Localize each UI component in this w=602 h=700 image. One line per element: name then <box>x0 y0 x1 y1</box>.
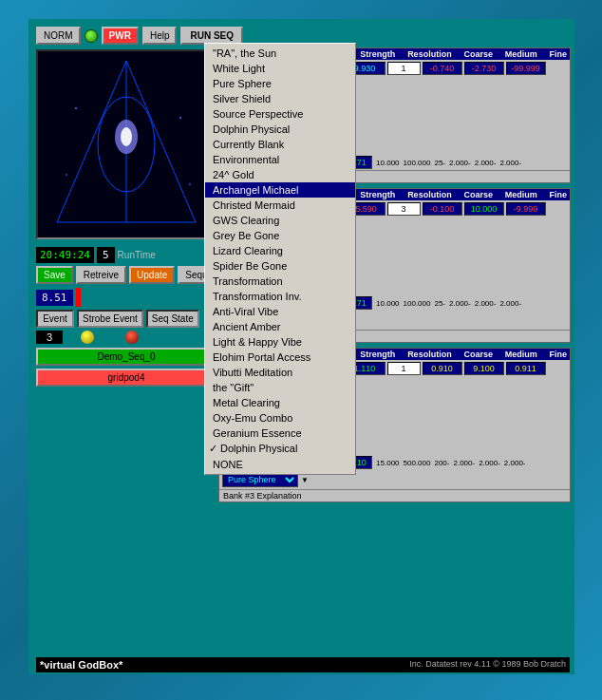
menu-item-ancient-amber[interactable]: Ancient Amber <box>205 319 355 334</box>
seq-state-label: Seq State <box>146 310 199 328</box>
strength1-label: Strength <box>360 49 395 59</box>
event-label: Event <box>36 310 74 328</box>
svg-point-10 <box>66 174 67 176</box>
strobe-led <box>81 331 94 344</box>
coarse-field-2[interactable] <box>423 202 462 216</box>
svg-point-7 <box>121 127 132 146</box>
strobe-label: Strobe Event <box>77 310 143 328</box>
menu-item-archangel-michael[interactable]: Archangel Michael <box>205 182 355 198</box>
menu-item-none[interactable]: NONE <box>205 457 355 472</box>
menu-item-lizard-clearing[interactable]: Lizard Clearing <box>205 243 355 258</box>
menu-item-transformation[interactable]: Transformation <box>205 274 355 289</box>
strength2-header: Strength <box>360 190 395 199</box>
coarse3-header: Coarse <box>463 350 493 359</box>
menu-item-christed-mermaid[interactable]: Christed Mermaid <box>205 198 355 213</box>
menu-item-gws-clearing[interactable]: GWS Clearing <box>205 213 355 228</box>
medium-field-3[interactable] <box>464 362 504 375</box>
svg-point-8 <box>75 107 77 109</box>
menu-item-gift[interactable]: the "Gift" <box>205 380 355 395</box>
menu-item-24-gold[interactable]: 24^ Gold <box>205 167 355 182</box>
resolution1-label: Resolution <box>407 49 452 59</box>
norm-button[interactable]: NORM <box>36 27 81 45</box>
medium3-header: Medium <box>505 350 537 359</box>
menu-item-transformation-inv[interactable]: Transformation Inv. <box>205 289 355 304</box>
demo-seq-button[interactable]: Demo_Seq_0 <box>36 348 216 366</box>
menu-item-white-light[interactable]: White Light <box>205 61 355 76</box>
menu-item-source-perspective[interactable]: Source Perspective <box>205 106 355 122</box>
menu-item-metal-clearing[interactable]: Metal Clearing <box>205 395 355 410</box>
medium2-header: Medium <box>505 190 537 199</box>
menu-item-vibutti[interactable]: Vibutti Meditation <box>205 365 355 380</box>
desktop: NORM PWR Help RUN SEQ <box>0 0 602 700</box>
seq-state-led <box>125 331 139 344</box>
grid-pod-button[interactable]: gridpod4 <box>36 369 216 387</box>
fine-field-1[interactable] <box>506 62 546 75</box>
version-text: Inc. Datatest rev 4.11 © 1989 Bob Dratch <box>409 659 566 671</box>
menu-item-anti-viral-vibe[interactable]: Anti-Viral Vibe <box>205 304 355 319</box>
medium-field-1[interactable] <box>464 62 504 75</box>
menu-item-spider-be-gone[interactable]: Spider Be Gone <box>205 258 355 274</box>
coarse-field-1[interactable] <box>423 62 462 75</box>
hz-display: 8.51 <box>36 290 73 306</box>
event-number: 3 <box>36 331 63 344</box>
resolution-field-3[interactable] <box>387 362 421 375</box>
dropdown-menu: "RA", the Sun White Light Pure Sphere Si… <box>204 43 356 475</box>
resolution2-header: Resolution <box>407 190 452 199</box>
svg-point-11 <box>189 183 191 185</box>
save-button[interactable]: Save <box>36 266 73 284</box>
menu-item-currently-blank[interactable]: Currently Blank <box>205 137 355 152</box>
menu-item-grey-be-gone[interactable]: Grey Be Gone <box>205 228 355 243</box>
visualization <box>36 49 216 239</box>
resolution3-header: Resolution <box>407 350 452 359</box>
brand-bar: *virtual GodBox* Inc. Datatest rev 4.11 … <box>36 657 570 672</box>
menu-item-ra[interactable]: "RA", the Sun <box>205 46 355 61</box>
pwr-button[interactable]: PWR <box>102 27 139 45</box>
menu-item-silver-shield[interactable]: Silver Shield <box>205 91 355 106</box>
fine1-label: Fine <box>549 49 567 59</box>
explanation3: Bank #3 Explanation <box>219 489 570 501</box>
count-display: 5 <box>97 247 115 263</box>
runtime-label: RunTime <box>118 250 156 260</box>
fine2-header: Fine <box>549 190 567 199</box>
strength3-header: Strength <box>360 350 395 359</box>
medium-field-2[interactable] <box>464 202 504 216</box>
coarse1-label: Coarse <box>463 49 493 59</box>
resolution-field-2[interactable] <box>387 202 421 216</box>
brand-text: *virtual GodBox* <box>40 659 122 671</box>
menu-item-pure-sphere[interactable]: Pure Sphere <box>205 76 355 91</box>
coarse-field-3[interactable] <box>423 362 462 375</box>
svg-point-9 <box>179 117 181 119</box>
fine-field-2[interactable] <box>506 202 546 216</box>
menu-item-geranium[interactable]: Geranium Essence <box>205 426 355 441</box>
power-led <box>85 29 98 43</box>
medium1-label: Medium <box>505 49 537 59</box>
coarse2-header: Coarse <box>463 190 493 199</box>
fine-field-3[interactable] <box>506 362 546 375</box>
update-button[interactable]: Update <box>129 266 175 284</box>
menu-item-elohim-portal[interactable]: Elohim Portal Access <box>205 350 355 365</box>
time-display: 20:49:24 <box>36 247 94 263</box>
menu-item-oxy-emu[interactable]: Oxy-Emu Combo <box>205 410 355 426</box>
hz-bar <box>76 288 81 307</box>
menu-item-dolphin-physical-1[interactable]: Dolphin Physical <box>205 122 355 137</box>
menu-item-light-happy-vibe[interactable]: Light & Happy Vibe <box>205 334 355 350</box>
dropdown3-arrow: ▼ <box>301 476 309 484</box>
resolution-field-1[interactable] <box>387 62 421 75</box>
retrieve-button[interactable]: Retreive <box>76 266 126 284</box>
fine3-header: Fine <box>549 350 567 359</box>
menu-item-dolphin-physical-2[interactable]: Dolphin Physical <box>205 441 355 457</box>
menu-item-environmental[interactable]: Environmental <box>205 152 355 167</box>
help-button[interactable]: Help <box>142 27 178 45</box>
